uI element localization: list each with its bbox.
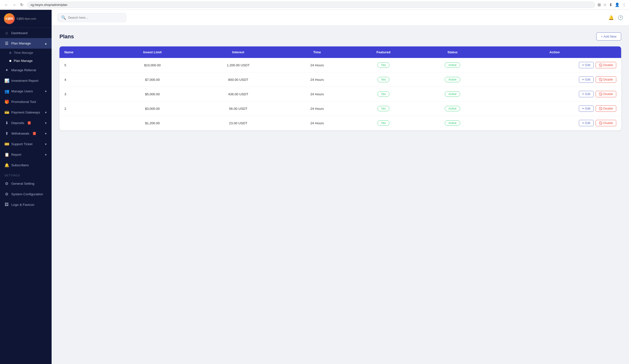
featured-badge: Yes [377,77,390,82]
browser-nav[interactable]: ← → ↻ [3,2,25,8]
sidebar-item-general-setting[interactable]: ⚙ General Setting [0,178,52,189]
address-bar[interactable]: xg.hwym.shop/admin/plan [27,2,595,8]
edit-button[interactable]: ✏ Edit [579,91,594,97]
sidebar-item-plan-manage-sub[interactable]: Plan Manage [0,57,52,65]
sidebar-item-subscribers[interactable]: 🔔 Subscribers [0,160,52,170]
sidebar-item-dashboard[interactable]: ⌂ Dashboard [0,28,52,38]
cell-name: 4 [59,72,113,87]
sidebar-item-label: Withdrawals [11,132,29,135]
cell-invest-limit: $10,000.00 [113,58,192,72]
sidebar-item-label: General Setting [11,182,34,185]
cell-invest-limit: $5,000.00 [113,87,192,102]
translate-icon[interactable]: ⊞ [598,2,601,7]
forward-button[interactable]: → [11,2,18,8]
cell-status: Active [417,58,488,72]
referral-icon: ✦ [4,68,9,72]
cell-interest: 1,200.00 USDT [192,58,284,72]
cell-featured: Yes [350,87,417,102]
chevron-up-icon: ▲ [44,42,47,45]
cell-status: Active [417,72,488,87]
clock-icon[interactable]: 🕐 [618,15,623,20]
edit-button[interactable]: ✏ Edit [579,105,594,112]
sidebar-item-withdrawals[interactable]: ⬆ Withdrawals ! ▼ [0,128,52,139]
disable-button[interactable]: 🚫 Disable [596,62,616,68]
cell-interest: 800.00 USDT [192,72,284,87]
plan-manage-icon: ☰ [4,41,9,46]
table-row: 5 $10,000.00 1,200.00 USDT 24 Hours Yes … [59,58,621,72]
withdrawals-icon: ⬆ [4,131,9,136]
cell-time: 24 Hours [284,116,350,130]
cell-invest-limit: $1,200.00 [113,116,192,130]
edit-button[interactable]: ✏ Edit [579,62,594,68]
status-badge: Active [445,106,460,111]
refresh-button[interactable]: ↻ [19,2,25,8]
cell-featured: Yes [350,58,417,72]
chevron-down-icon: ▼ [44,132,47,135]
action-buttons: ✏ Edit 🚫 Disable [493,76,616,83]
users-icon: 👥 [4,89,9,94]
download-icon[interactable]: ⬇ [609,2,612,7]
sidebar-item-manage-referral[interactable]: ✦ Manage Referral [0,65,52,75]
action-buttons: ✏ Edit 🚫 Disable [493,91,616,97]
chevron-down-icon: ▼ [44,121,47,124]
disable-button[interactable]: 🚫 Disable [596,120,616,126]
menu-icon[interactable]: ⋮ [622,2,626,7]
disable-button[interactable]: 🚫 Disable [596,91,616,97]
table-row: 3 $5,000.00 436.00 USDT 24 Hours Yes Act… [59,87,621,102]
disable-button[interactable]: 🚫 Disable [596,105,616,112]
sidebar-item-system-configuration[interactable]: ⚙ System Configuration [0,189,52,199]
sidebar-item-time-manage[interactable]: Time Manage [0,49,52,57]
cell-invest-limit: $3,000.00 [113,102,192,116]
sidebar-item-report[interactable]: 📋 Report ▼ [0,149,52,160]
sidebar-item-plan-manage[interactable]: ☰ Plan Manage ▲ [0,38,52,49]
action-buttons: ✏ Edit 🚫 Disable [493,62,616,68]
plans-table: Name Invest Limit Interest Time Featured… [59,46,621,130]
topbar-right: 🔔 🕐 [608,15,623,20]
sidebar-item-logo-favicon[interactable]: 🖼 Logo & Favicon [0,199,52,210]
sidebar-item-label: System Configuration [11,192,43,196]
back-button[interactable]: ← [3,2,10,8]
cell-time: 24 Hours [284,87,350,102]
cell-time: 24 Hours [284,72,350,87]
chevron-down-icon: ▼ [44,90,47,93]
add-new-button[interactable]: + Add New [596,32,621,40]
sidebar-item-promotional-tool[interactable]: 🎁 Promotional Tool [0,97,52,107]
bookmark-icon[interactable]: ☆ [603,2,607,7]
cell-name: 5 [59,58,113,72]
cell-action: ✏ Edit 🚫 Disable [488,116,621,130]
sidebar-item-manage-users[interactable]: 👥 Manage Users ▼ [0,86,52,97]
report-icon: 📊 [4,78,9,83]
dot-icon [9,60,11,62]
col-invest-limit: Invest Limit [113,46,192,58]
bell-icon[interactable]: 🔔 [608,15,614,20]
cell-interest: 436.00 USDT [192,87,284,102]
sidebar-item-investment-report[interactable]: 📊 Investment Report [0,75,52,86]
cell-time: 24 Hours [284,102,350,116]
sidebar-item-support-ticket[interactable]: 🎫 Support Ticket ▼ [0,139,52,149]
featured-badge: Yes [377,62,390,68]
gear2-icon: ⚙ [4,192,9,197]
withdrawals-badge: ! [33,132,36,135]
disable-button[interactable]: 🚫 Disable [596,76,616,83]
cell-action: ✏ Edit 🚫 Disable [488,87,621,102]
subscribers-icon: 🔔 [4,163,9,167]
app-wrapper: K源码 K源码 klym.com ⌂ Dashboard ☰ Plan Mana… [0,10,629,364]
edit-button[interactable]: ✏ Edit [579,120,594,126]
sidebar-item-deposits[interactable]: ⬇ Deposits ! ▼ [0,118,52,128]
status-badge: Active [445,62,460,68]
profile-icon[interactable]: 👤 [615,2,620,7]
sidebar-item-label: Dashboard [11,31,27,35]
search-input[interactable] [68,16,123,19]
cell-status: Active [417,116,488,130]
search-box[interactable]: 🔍 [57,13,126,22]
sidebar-item-payment-gateways[interactable]: 💳 Payment Gateways ▼ [0,107,52,118]
cell-interest: 23.00 USDT [192,116,284,130]
cell-name: 3 [59,87,113,102]
dashboard-icon: ⌂ [4,31,9,35]
cell-action: ✏ Edit 🚫 Disable [488,58,621,72]
col-time: Time [284,46,350,58]
edit-button[interactable]: ✏ Edit [579,76,594,83]
dot-icon [9,52,11,54]
action-buttons: ✏ Edit 🚫 Disable [493,120,616,126]
table-row: 2 $3,000.00 56.00 USDT 24 Hours Yes Acti… [59,102,621,116]
